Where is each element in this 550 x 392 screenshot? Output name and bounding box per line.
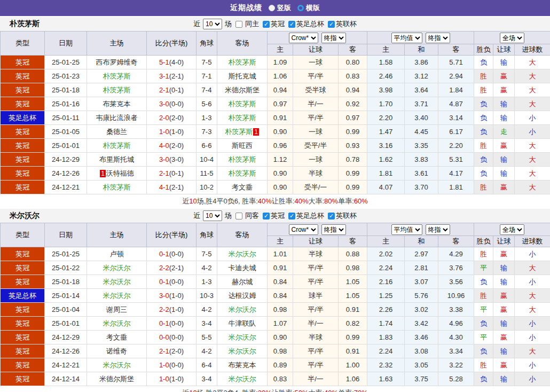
goals-result-cell: 大 [515, 83, 550, 97]
goals-result-cell: 小 [515, 111, 550, 125]
handicap-home-odds-cell: 0.97 [268, 97, 293, 111]
odds-company-select[interactable]: Crow* [289, 33, 318, 43]
team-name-text: 考文垂 [232, 183, 253, 191]
avg-away-odds-cell: 4.29 [438, 247, 474, 261]
same-venue-checkbox[interactable] [235, 21, 242, 28]
col-header-corner: 角球 [197, 32, 217, 56]
average-select[interactable]: 平均值 [391, 33, 422, 43]
fulltime-score: 1-0 [159, 375, 169, 383]
same-venue-checkbox[interactable] [235, 213, 242, 219]
league-filter-championship[interactable]: 英冠 [263, 211, 285, 221]
avg-home-odds-cell: 1.70 [367, 97, 405, 111]
league-filter-championship[interactable]: 英冠 [263, 19, 285, 29]
avg-away-odds-cell: 1.81 [438, 181, 474, 194]
results-table: 类型 日期 主场 比分(半场) 角球 客场 Crow*终指 平均值终指 全场 [0, 31, 550, 194]
handicap-line-cell: 平/半 [293, 261, 339, 275]
home-team-cell: 朴茨茅斯 [87, 83, 147, 97]
odds-company-select[interactable]: Crow* [289, 224, 318, 235]
summary-segment: 40% [258, 197, 272, 205]
summary-segment: 60% [354, 197, 368, 205]
team-name: 朴茨茅斯 [10, 19, 40, 29]
section-summary: 近10场,胜3平3负4, 胜率:30% 让胜率:50% 大率:40% 单率:70… [0, 386, 550, 392]
fulltime-score: 3-0 [159, 100, 169, 108]
league-filter-eflcup[interactable]: 英联杯 [328, 19, 357, 29]
handicap-result-cell: 走 [493, 125, 515, 139]
league-checkbox[interactable] [263, 21, 270, 28]
corner-cell: 5-5 [197, 331, 217, 344]
away-team-cell: 米尔沃尔 [217, 344, 268, 358]
league-checkbox[interactable] [288, 21, 295, 28]
handicap-home-odds-cell: 0.90 [268, 125, 293, 139]
avg-draw-odds-cell: 3.75 [405, 372, 438, 386]
match-result-cell: 负 [474, 111, 493, 125]
avg-away-odds-cell: 3.22 [438, 358, 474, 372]
average-stage-select[interactable]: 终指 [426, 224, 450, 235]
team-name-text: 朴茨茅斯 [225, 128, 253, 136]
same-venue-filter[interactable]: 同客 [235, 211, 259, 221]
home-team-cell: 桑德兰 [87, 125, 147, 139]
handicap-line-cell: 球半 [293, 289, 339, 303]
score-cell: 0-1(0-0) [147, 275, 197, 289]
summary-segment: 单率: [338, 388, 354, 392]
sub-header: 让球 [293, 236, 339, 247]
fulltime-score: 4-0 [159, 142, 169, 150]
league-checkbox[interactable] [263, 213, 270, 219]
avg-away-odds-cell: 3.34 [438, 344, 474, 358]
same-venue-filter[interactable]: 同主 [235, 19, 259, 29]
handicap-home-odds-cell: 0.98 [268, 344, 293, 358]
team-name-text: 米尔沃尔 [103, 278, 131, 286]
league-checkbox[interactable] [288, 213, 295, 219]
col-header-type: 类型 [1, 223, 45, 247]
league-cell: 英冠 [1, 303, 45, 317]
match-result-cell: 平 [474, 303, 493, 317]
avg-home-odds-cell: 2.26 [367, 303, 405, 317]
league-checkbox[interactable] [328, 213, 335, 219]
league-cell: 英冠 [1, 275, 45, 289]
match-result-cell: 胜 [474, 247, 493, 261]
average-select[interactable]: 平均值 [391, 224, 422, 235]
handicap-away-odds-cell: 0.94 [339, 83, 367, 97]
odds-stage-select[interactable]: 终指 [321, 33, 346, 43]
league-checkbox[interactable] [328, 21, 335, 28]
fulltime-score: 2-1 [159, 169, 169, 177]
league-filter-facup[interactable]: 英足总杯 [288, 19, 324, 29]
away-team-cell: 赫尔城 [217, 275, 268, 289]
table-row: 英冠25-01-18米尔沃尔0-1(0-0)1-3赫尔城0.84平/半1.052… [1, 275, 550, 289]
league-label: 英联杯 [336, 211, 357, 221]
score-cell: 1-0(0-0) [147, 358, 197, 372]
corner-cell: 7-5 [197, 247, 217, 261]
avg-draw-odds-cell: 3.71 [405, 97, 438, 111]
away-team-cell: 朴茨茅斯 [217, 111, 268, 125]
sub-header: 让球 [493, 236, 515, 247]
scope-select[interactable]: 全场 [500, 224, 524, 235]
team-name-text: 斯托克城 [229, 72, 256, 80]
handicap-home-odds-cell: 1.09 [268, 56, 293, 69]
league-filter-eflcup[interactable]: 英联杯 [328, 211, 357, 221]
recent-count-select[interactable]: 10 [203, 210, 222, 221]
date-cell: 24-12-21 [45, 181, 87, 194]
recent-count-select[interactable]: 10 [203, 19, 222, 29]
table-row: 英冠24-12-26诺维奇2-1(2-0)4-2米尔沃尔0.98平/半0.912… [1, 344, 550, 358]
team-name-text: 牛津联队 [229, 319, 256, 327]
fulltime-score: 1-0 [159, 361, 169, 369]
handicap-home-odds-cell: 0.91 [268, 261, 293, 275]
handicap-home-odds-cell: 0.98 [268, 303, 293, 317]
handicap-home-odds-cell: 0.90 [268, 181, 293, 194]
scope-select[interactable]: 全场 [500, 33, 524, 43]
layout-option-horizontal[interactable]: 横版 [297, 3, 320, 13]
date-cell: 25-01-01 [45, 317, 87, 331]
halftime-score: (2-0) [169, 114, 184, 122]
home-team-cell: 米尔沃尔 [87, 289, 147, 303]
league-filter-facup[interactable]: 英足总杯 [288, 211, 324, 221]
summary-segment: 近 [182, 197, 189, 206]
col-header-away: 客场 [217, 223, 268, 247]
layout-option-vertical[interactable]: 竖版 [269, 3, 291, 13]
match-result-cell: 负 [474, 344, 493, 358]
odds-stage-select[interactable]: 终指 [321, 224, 346, 235]
summary-segment: 场,胜3平3负4, 胜率: [197, 388, 258, 392]
average-stage-select[interactable]: 终指 [426, 33, 450, 43]
avg-draw-odds-cell: 3.35 [405, 139, 438, 153]
team-name-text: 朴茨茅斯 [229, 100, 256, 108]
section-summary: 近10场,胜4平0负6, 胜率:40% 让胜率:40% 大率:80% 单率:60… [0, 194, 550, 208]
avg-home-odds-cell: 1.47 [367, 125, 405, 139]
